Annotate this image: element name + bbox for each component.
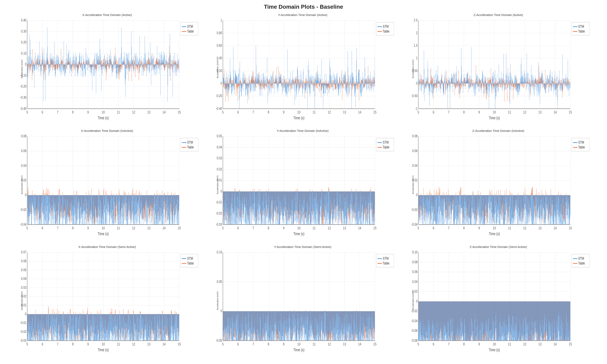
svg-text:6: 6	[433, 226, 435, 230]
svg-text:Table: Table	[383, 261, 389, 265]
svg-text:0.06: 0.06	[21, 259, 26, 263]
svg-text:-0.01: -0.01	[216, 200, 222, 205]
chart-wrapper-chart-y-active: Acceleration (m/s²)-0.40-0.2000.200.400.…	[208, 17, 398, 121]
svg-text:Table: Table	[383, 145, 389, 149]
chart-wrapper-chart-z-semiactive: Acceleration (m/s²)-0.08-0.06-0.04-0.020…	[403, 249, 593, 353]
svg-text:-0.50: -0.50	[411, 94, 418, 98]
svg-text:0: 0	[221, 189, 222, 193]
svg-text:-0.04: -0.04	[20, 222, 26, 226]
svg-text:13: 13	[538, 110, 541, 114]
y-axis-label-chart-x-active: Acceleration (m/s²)	[21, 60, 23, 78]
svg-text:0.60: 0.60	[217, 43, 222, 48]
svg-text:0.02: 0.02	[217, 167, 222, 171]
svg-text:7: 7	[252, 342, 254, 346]
svg-text:STM: STM	[578, 140, 584, 144]
svg-text:8: 8	[463, 226, 465, 230]
svg-text:0.06: 0.06	[21, 149, 26, 153]
chart-title-chart-z-active: Z-Acceleration Time Domain (Active)	[403, 13, 593, 17]
svg-text:0.10: 0.10	[21, 51, 26, 55]
chart-cell-chart-z-inactive: Z-Acceleration Time Domain (InActive)Acc…	[401, 127, 597, 243]
svg-text:0: 0	[221, 309, 222, 313]
svg-text:-0.20: -0.20	[20, 84, 26, 88]
svg-text:0.03: 0.03	[21, 285, 26, 289]
svg-text:12: 12	[523, 110, 526, 114]
svg-text:12: 12	[132, 110, 135, 114]
svg-text:0.30: 0.30	[21, 29, 26, 33]
svg-text:Table: Table	[578, 261, 585, 265]
svg-text:14: 14	[162, 110, 166, 114]
svg-text:0.08: 0.08	[412, 134, 418, 138]
chart-title-chart-x-active: X-Acceleration Time Domain (Active)	[12, 13, 202, 17]
svg-text:0: 0	[25, 312, 26, 316]
svg-text:0.40: 0.40	[217, 56, 222, 60]
chart-title-chart-z-inactive: Z-Acceleration Time Domain (InActive)	[403, 129, 593, 132]
y-axis-label-chart-x-semiactive: Acceleration (m/s²)	[21, 291, 23, 310]
svg-text:9: 9	[283, 342, 284, 346]
svg-text:11: 11	[117, 226, 120, 230]
svg-text:-0.03: -0.03	[20, 338, 26, 342]
svg-text:7: 7	[448, 226, 449, 230]
svg-text:9: 9	[283, 226, 284, 230]
chart-cell-chart-x-inactive: X-Acceleration Time Domain (InActive)Acc…	[10, 127, 206, 243]
page-title: Time Domain Plots - Baseline	[0, 0, 607, 11]
svg-text:0.10: 0.10	[217, 250, 222, 254]
chart-wrapper-chart-x-semiactive: Acceleration (m/s²)-0.03-0.02-0.0100.010…	[12, 249, 202, 353]
svg-text:13: 13	[343, 342, 346, 346]
svg-text:12: 12	[523, 342, 526, 346]
chart-wrapper-chart-z-inactive: Acceleration (m/s²)-0.04-0.0200.020.040.…	[403, 133, 593, 237]
svg-text:14: 14	[358, 226, 361, 230]
svg-text:-0.40: -0.40	[20, 106, 26, 110]
svg-text:10: 10	[102, 342, 105, 346]
svg-text:6: 6	[42, 342, 43, 346]
svg-text:14: 14	[554, 342, 557, 346]
svg-text:5: 5	[26, 226, 28, 230]
svg-text:STM: STM	[187, 256, 193, 260]
chart-wrapper-chart-y-semiactive: Acceleration (m/s²)-0.0500.050.105678910…	[208, 249, 398, 353]
svg-text:0.04: 0.04	[217, 145, 222, 149]
svg-text:9: 9	[87, 342, 89, 346]
chart-cell-chart-y-active: Y-Acceleration Time Domain (Active)Accel…	[206, 11, 401, 127]
svg-text:5: 5	[222, 226, 224, 230]
chart-svg-chart-z-semiactive: -0.08-0.06-0.04-0.0200.020.040.060.080.1…	[416, 249, 593, 353]
svg-text:6: 6	[237, 110, 239, 114]
svg-text:12: 12	[132, 226, 135, 230]
svg-text:Time (s): Time (s)	[489, 232, 500, 236]
chart-title-chart-y-active: Y-Acceleration Time Domain (Active)	[208, 13, 398, 17]
svg-text:15: 15	[373, 342, 376, 346]
svg-text:8: 8	[463, 342, 465, 346]
svg-text:11: 11	[117, 110, 120, 114]
chart-title-chart-y-semiactive: Y-Acceleration Time Domain (Semi-Active)	[208, 245, 398, 248]
svg-text:12: 12	[328, 342, 331, 346]
svg-text:14: 14	[162, 342, 166, 346]
chart-wrapper-chart-x-inactive: Acceleration (m/s²)-0.04-0.0200.020.040.…	[12, 133, 202, 237]
chart-cell-chart-z-semiactive: Z-Acceleration Time Domain (Semi-Active)…	[401, 243, 597, 359]
svg-text:10: 10	[297, 342, 300, 346]
svg-text:8: 8	[72, 342, 74, 346]
chart-svg-chart-y-inactive: -0.03-0.02-0.0100.010.020.030.040.055678…	[220, 133, 398, 237]
svg-text:11: 11	[508, 342, 511, 346]
svg-text:10: 10	[102, 110, 105, 114]
svg-text:9: 9	[478, 226, 480, 230]
svg-text:Time (s): Time (s)	[489, 116, 500, 120]
svg-text:-0.08: -0.08	[411, 338, 418, 342]
svg-text:11: 11	[117, 342, 120, 346]
chart-title-chart-y-inactive: Y-Acceleration Time Domain (InActive)	[208, 129, 398, 132]
svg-text:9: 9	[283, 110, 284, 114]
svg-text:13: 13	[147, 226, 150, 230]
svg-text:10: 10	[297, 110, 300, 114]
svg-text:0.07: 0.07	[21, 250, 26, 254]
svg-text:0.08: 0.08	[21, 134, 26, 138]
svg-text:15: 15	[373, 110, 376, 114]
svg-text:14: 14	[358, 110, 361, 114]
svg-text:11: 11	[508, 110, 511, 114]
svg-text:10: 10	[297, 226, 300, 230]
svg-text:8: 8	[268, 226, 269, 230]
svg-text:6: 6	[433, 110, 435, 114]
svg-text:13: 13	[147, 342, 150, 346]
svg-text:-0.04: -0.04	[411, 222, 418, 226]
svg-text:8: 8	[72, 110, 74, 114]
svg-text:0: 0	[221, 81, 222, 85]
svg-text:5: 5	[418, 342, 419, 346]
chart-title-chart-x-inactive: X-Acceleration Time Domain (InActive)	[12, 129, 202, 132]
y-axis-label-chart-z-active: Acceleration (m/s²)	[412, 60, 414, 78]
